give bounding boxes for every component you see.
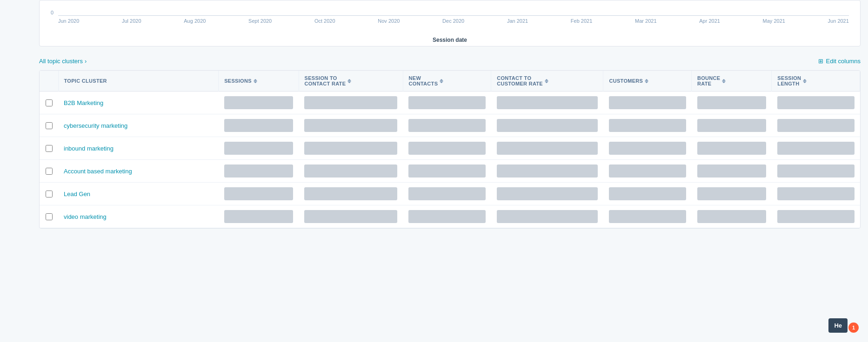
loading-cell: [772, 92, 860, 114]
loading-cell: [219, 114, 299, 137]
loading-cell: [219, 183, 299, 205]
th-sessions[interactable]: SESSIONS: [219, 71, 299, 92]
loading-cell: [692, 114, 772, 137]
loading-bar: [777, 119, 855, 132]
loading-bar: [304, 187, 397, 200]
th-contact-to-customer-rate[interactable]: CONTACT TOCUSTOMER RATE: [491, 71, 603, 92]
topic-name-cell: Lead Gen: [58, 183, 219, 205]
loading-cell: [603, 137, 692, 160]
row-checkbox-cell: [40, 160, 58, 183]
loading-bar: [224, 210, 293, 223]
loading-bar: [224, 96, 293, 109]
loading-bar: [408, 96, 486, 109]
x-label-apr2021: Apr 2021: [699, 18, 720, 24]
row-checkbox[interactable]: [46, 122, 53, 129]
chart-x-labels: Jun 2020 Jul 2020 Aug 2020 Sept 2020 Oct…: [58, 18, 849, 24]
loading-cell: [692, 160, 772, 183]
row-checkbox[interactable]: [46, 168, 53, 175]
x-label-dec2020: Dec 2020: [442, 18, 464, 24]
table-row: Account based marketing: [40, 160, 860, 183]
loading-cell: [403, 137, 491, 160]
edit-columns-icon: ⊞: [818, 58, 823, 65]
topic-cluster-name[interactable]: video marketing: [64, 213, 107, 220]
loading-cell: [603, 183, 692, 205]
loading-bar: [408, 187, 486, 200]
loading-cell: [403, 92, 491, 114]
loading-cell: [772, 160, 860, 183]
th-contact-customer-label: CONTACT TOCUSTOMER RATE: [497, 75, 543, 86]
th-session-to-contact-rate[interactable]: SESSION TOCONTACT RATE: [299, 71, 403, 92]
topic-cluster-table: TOPIC CLUSTER SESSIONS SESSION TOCONTACT…: [39, 70, 861, 229]
table-row: cybersecurity marketing: [40, 114, 860, 137]
loading-bar: [497, 119, 598, 132]
loading-cell: [772, 205, 860, 228]
row-checkbox[interactable]: [46, 191, 53, 197]
loading-cell: [299, 137, 403, 160]
x-label-aug2020: Aug 2020: [184, 18, 206, 24]
loading-cell: [491, 205, 603, 228]
edit-columns-button[interactable]: ⊞ Edit columns: [818, 58, 861, 65]
row-checkbox[interactable]: [46, 145, 53, 152]
loading-cell: [603, 92, 692, 114]
loading-bar: [697, 119, 766, 132]
loading-cell: [403, 183, 491, 205]
loading-cell: [692, 183, 772, 205]
loading-cell: [772, 137, 860, 160]
loading-bar: [304, 210, 397, 223]
th-customers[interactable]: CUSTOMERS: [603, 71, 692, 92]
topic-name-cell: cybersecurity marketing: [58, 114, 219, 137]
loading-bar: [609, 119, 686, 132]
row-checkbox-cell: [40, 205, 58, 228]
session-length-sort-icon: [803, 79, 807, 83]
loading-cell: [772, 114, 860, 137]
chart-container: 0 Jun 2020 Jul 2020 Aug 2020 Sept 2020 O…: [39, 0, 861, 46]
topic-name-cell: inbound marketing: [58, 137, 219, 160]
loading-bar: [777, 142, 855, 155]
loading-cell: [219, 137, 299, 160]
x-label-feb2021: Feb 2021: [571, 18, 592, 24]
data-table: TOPIC CLUSTER SESSIONS SESSION TOCONTACT…: [40, 71, 860, 228]
row-checkbox-cell: [40, 137, 58, 160]
loading-cell: [299, 183, 403, 205]
loading-bar: [697, 96, 766, 109]
loading-bar: [497, 187, 598, 200]
row-checkbox-cell: [40, 183, 58, 205]
th-session-length[interactable]: SESSIONLENGTH: [772, 71, 860, 92]
loading-bar: [697, 187, 766, 200]
loading-bar: [777, 210, 855, 223]
th-new-contacts[interactable]: NEWCONTACTS: [403, 71, 491, 92]
chevron-right-icon: ›: [85, 58, 87, 65]
row-checkbox-cell: [40, 92, 58, 114]
loading-cell: [219, 92, 299, 114]
loading-cell: [772, 183, 860, 205]
loading-bar: [609, 164, 686, 178]
topic-cluster-name[interactable]: Account based marketing: [64, 168, 132, 175]
chart-x-title: Session date: [40, 37, 860, 43]
th-topic-cluster[interactable]: TOPIC CLUSTER: [58, 71, 219, 92]
topic-cluster-name[interactable]: cybersecurity marketing: [64, 122, 127, 129]
loading-bar: [497, 210, 598, 223]
loading-bar: [224, 164, 293, 178]
topic-cluster-name[interactable]: B2B Marketing: [64, 99, 103, 106]
loading-bar: [304, 96, 397, 109]
loading-bar: [304, 142, 397, 155]
loading-cell: [299, 160, 403, 183]
all-topic-clusters-link[interactable]: All topic clusters ›: [39, 58, 87, 65]
loading-bar: [304, 164, 397, 178]
topic-name-cell: Account based marketing: [58, 160, 219, 183]
x-label-jun2021: Jun 2021: [828, 18, 849, 24]
loading-bar: [408, 142, 486, 155]
topic-cluster-name[interactable]: Lead Gen: [64, 191, 90, 197]
th-bounce-rate[interactable]: BOUNCERATE: [692, 71, 772, 92]
topic-cluster-name[interactable]: inbound marketing: [64, 145, 114, 152]
loading-bar: [609, 142, 686, 155]
loading-cell: [299, 92, 403, 114]
loading-bar: [697, 142, 766, 155]
table-row: inbound marketing: [40, 137, 860, 160]
bounce-rate-sort-icon: [722, 79, 726, 83]
row-checkbox[interactable]: [46, 99, 53, 106]
contact-customer-sort-icon: [545, 79, 548, 83]
loading-cell: [403, 160, 491, 183]
row-checkbox[interactable]: [46, 213, 53, 220]
row-checkbox-cell: [40, 114, 58, 137]
